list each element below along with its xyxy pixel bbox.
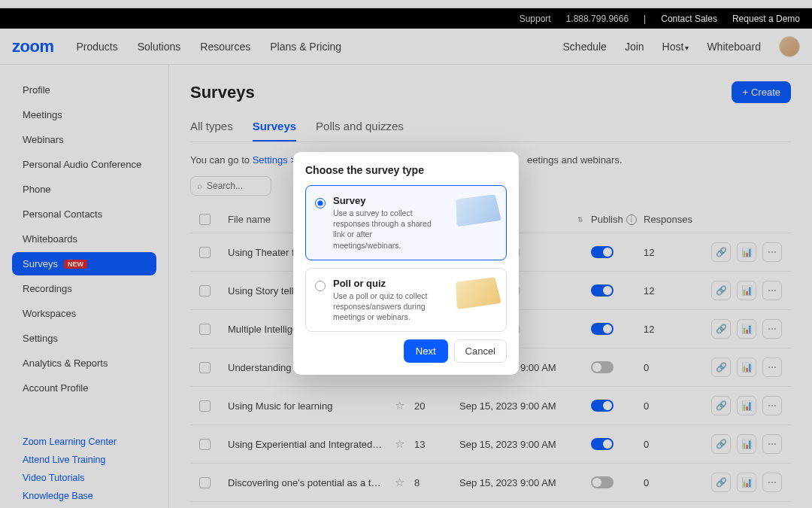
option-survey-desc: Use a survey to collect responses throug…: [333, 208, 442, 251]
cancel-button[interactable]: Cancel: [454, 339, 507, 363]
radio-poll[interactable]: [315, 281, 326, 291]
next-button[interactable]: Next: [404, 339, 448, 363]
modal-actions: Next Cancel: [305, 339, 507, 363]
option-survey[interactable]: Survey Use a survey to collect responses…: [305, 185, 507, 260]
modal-title: Choose the survey type: [305, 164, 507, 176]
option-poll[interactable]: Poll or quiz Use a poll or quiz to colle…: [305, 268, 507, 333]
radio-survey[interactable]: [315, 198, 326, 208]
modal-overlay[interactable]: Choose the survey type Survey Use a surv…: [0, 0, 812, 508]
option-poll-desc: Use a poll or quiz to collect responses/…: [333, 291, 442, 323]
survey-type-modal: Choose the survey type Survey Use a surv…: [293, 152, 519, 375]
